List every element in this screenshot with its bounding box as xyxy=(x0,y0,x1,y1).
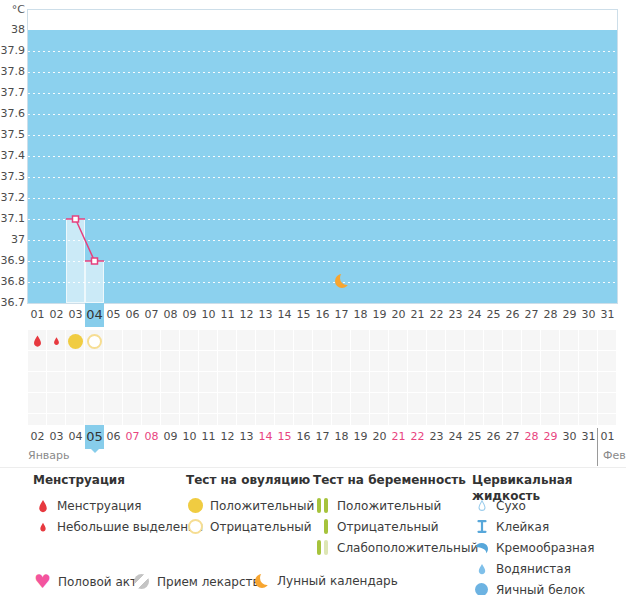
cycle-day-13[interactable]: 13 xyxy=(256,303,275,327)
blue-ibeam-icon xyxy=(472,519,491,534)
y-tick-37: 37 xyxy=(0,233,25,247)
cycle-day-28[interactable]: 28 xyxy=(541,303,560,327)
cycle-day-23[interactable]: 23 xyxy=(446,303,465,327)
calendar-date-13[interactable]: 13 xyxy=(237,425,256,449)
ovulation-test-positive-icon[interactable] xyxy=(66,329,85,353)
cycle-day-08[interactable]: 08 xyxy=(161,303,180,327)
calendar-date-31[interactable]: 31 xyxy=(579,425,598,449)
heart-icon: ♥ xyxy=(33,574,52,589)
legend-item: Слабоположительный xyxy=(313,537,478,558)
legend-item: Положительный xyxy=(313,495,478,516)
cycle-day-03[interactable]: 03 xyxy=(66,303,85,327)
calendar-date-28[interactable]: 28 xyxy=(522,425,541,449)
cycle-day-02[interactable]: 02 xyxy=(47,303,66,327)
month-label-february: Февраль xyxy=(603,449,626,465)
cycle-day-25[interactable]: 25 xyxy=(484,303,503,327)
cycle-day-17[interactable]: 17 xyxy=(332,303,351,327)
cycle-day-24[interactable]: 24 xyxy=(465,303,484,327)
legend-item-label: Отрицательный xyxy=(210,520,312,534)
cycle-day-04[interactable]: 04 xyxy=(85,303,104,327)
calendar-date-04[interactable]: 04 xyxy=(66,425,85,449)
cycle-day-26[interactable]: 26 xyxy=(503,303,522,327)
calendar-date-09[interactable]: 09 xyxy=(161,425,180,449)
legend-item-label: Сухо xyxy=(496,499,526,513)
calendar-date-17[interactable]: 17 xyxy=(313,425,332,449)
y-tick-36.9: 36.9 xyxy=(0,254,25,268)
temp-point-day-4[interactable] xyxy=(92,258,98,264)
legend-section-cervical-fluid: Цервикальная жидкость Сухо Клейкая Кремо… xyxy=(472,472,626,595)
calendar-date-01[interactable]: 01 xyxy=(598,425,617,449)
cycle-day-14[interactable]: 14 xyxy=(275,303,294,327)
cycle-day-05[interactable]: 05 xyxy=(104,303,123,327)
cycle-day-30[interactable]: 30 xyxy=(579,303,598,327)
cycle-day-07[interactable]: 07 xyxy=(142,303,161,327)
calendar-date-06[interactable]: 06 xyxy=(104,425,123,449)
calendar-date-29[interactable]: 29 xyxy=(541,425,560,449)
calendar-date-27[interactable]: 27 xyxy=(503,425,522,449)
calendar-date-23[interactable]: 23 xyxy=(427,425,446,449)
legend-item-label: Отрицательный xyxy=(337,520,439,534)
cycle-day-19[interactable]: 19 xyxy=(370,303,389,327)
cycle-day-09[interactable]: 09 xyxy=(180,303,199,327)
calendar-date-02[interactable]: 02 xyxy=(28,425,47,449)
calendar-date-16[interactable]: 16 xyxy=(294,425,313,449)
legend-item: Отрицательный xyxy=(186,516,314,537)
temperature-line-layer xyxy=(28,10,617,303)
legend-section-ovulation-test: Тест на овуляцию Положительный Отрицател… xyxy=(186,472,314,537)
cycle-day-row: 0102030405060708091011121314151617181920… xyxy=(0,303,626,327)
legend-item: Кремообразная xyxy=(472,537,626,558)
cycle-day-20[interactable]: 20 xyxy=(389,303,408,327)
calendar-date-25[interactable]: 25 xyxy=(465,425,484,449)
day-event-icons-row xyxy=(0,329,626,353)
calendar-date-18[interactable]: 18 xyxy=(332,425,351,449)
legend-item-label: Небольшие выделения xyxy=(57,520,203,534)
cycle-day-10[interactable]: 10 xyxy=(199,303,218,327)
cycle-day-15[interactable]: 15 xyxy=(294,303,313,327)
calendar-date-10[interactable]: 10 xyxy=(180,425,199,449)
cycle-day-27[interactable]: 27 xyxy=(522,303,541,327)
calendar-date-15[interactable]: 15 xyxy=(275,425,294,449)
calendar-date-19[interactable]: 19 xyxy=(351,425,370,449)
legend-item: Клейкая xyxy=(472,516,626,537)
calendar-date-05[interactable]: 05 xyxy=(85,425,104,449)
cycle-day-12[interactable]: 12 xyxy=(237,303,256,327)
cycle-day-06[interactable]: 06 xyxy=(123,303,142,327)
calendar-date-11[interactable]: 11 xyxy=(199,425,218,449)
calendar-date-12[interactable]: 12 xyxy=(218,425,237,449)
legend-item-label: Лунный календарь xyxy=(277,574,398,588)
cycle-day-01[interactable]: 01 xyxy=(28,303,47,327)
calendar-date-22[interactable]: 22 xyxy=(408,425,427,449)
legend-section-pregnancy-test: Тест на беременность Положительный Отриц… xyxy=(313,472,478,558)
calendar-date-07[interactable]: 07 xyxy=(123,425,142,449)
legend-item-label: Клейкая xyxy=(496,520,549,534)
y-tick-38: 38 xyxy=(0,23,25,37)
calendar-date-26[interactable]: 26 xyxy=(484,425,503,449)
cycle-day-29[interactable]: 29 xyxy=(560,303,579,327)
temp-point-day-3[interactable] xyxy=(73,216,79,222)
legend-item: Положительный xyxy=(186,495,314,516)
cycle-day-22[interactable]: 22 xyxy=(427,303,446,327)
legend-item-label: Яичный белок xyxy=(496,583,585,595)
section-separator xyxy=(0,467,626,468)
calendar-date-24[interactable]: 24 xyxy=(446,425,465,449)
menstruation-drop-small-icon[interactable] xyxy=(47,329,66,353)
cycle-day-31[interactable]: 31 xyxy=(598,303,617,327)
cycle-day-11[interactable]: 11 xyxy=(218,303,237,327)
cycle-day-21[interactable]: 21 xyxy=(408,303,427,327)
ovulation-test-negative-icon[interactable] xyxy=(85,329,104,353)
calendar-date-21[interactable]: 21 xyxy=(389,425,408,449)
cycle-day-18[interactable]: 18 xyxy=(351,303,370,327)
month-label-january: Январь xyxy=(28,449,70,465)
legend-item-label: Кремообразная xyxy=(496,541,594,555)
calendar-date-03[interactable]: 03 xyxy=(47,425,66,449)
calendar-date-30[interactable]: 30 xyxy=(560,425,579,449)
legend-footer-medication: Прием лекарств xyxy=(132,574,260,589)
calendar-date-08[interactable]: 08 xyxy=(142,425,161,449)
calendar-date-14[interactable]: 14 xyxy=(256,425,275,449)
calendar-date-20[interactable]: 20 xyxy=(370,425,389,449)
legend-item-label: Половой акт xyxy=(58,575,137,589)
cycle-day-16[interactable]: 16 xyxy=(313,303,332,327)
menstruation-drop-large-icon[interactable] xyxy=(28,329,47,353)
temperature-line xyxy=(66,219,104,261)
green-bar-plus-faint-bar-icon xyxy=(313,540,332,555)
